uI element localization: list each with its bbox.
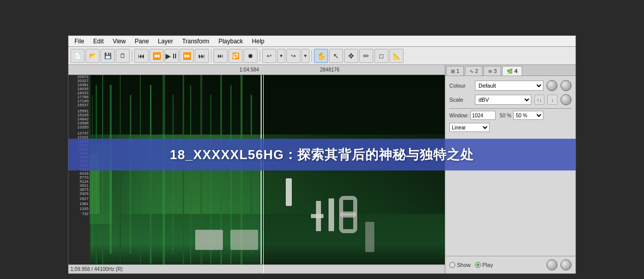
toolbar: 📄 📂 💾 🗒 ⏮ ⏪ ▶⏸ ⏩ ⏭ ⏭ 🔁 ⏺ ↩ ▼ ↪ ▼ ✋ ↖ ✥ ✏… bbox=[68, 47, 576, 65]
title-banner: 18_XXXXXL56HG：探索其背后的神秘与独特之处 bbox=[68, 139, 576, 171]
tab-1-label: 1 bbox=[456, 68, 459, 74]
cursor-sample-label: 2848176 bbox=[320, 67, 340, 73]
menu-playback[interactable]: Playback bbox=[214, 37, 247, 46]
percent-label: 50 % bbox=[500, 113, 511, 118]
go-end-button[interactable]: ⏭ bbox=[195, 49, 209, 63]
sep3 bbox=[260, 50, 260, 62]
menu-file[interactable]: File bbox=[70, 37, 88, 46]
title-banner-text: 18_XXXXXL56HG：探索其背后的神秘与独特之处 bbox=[170, 146, 474, 164]
new-button[interactable]: 📄 bbox=[70, 49, 85, 63]
divider-1 bbox=[449, 108, 572, 109]
undo-button[interactable]: ↩ bbox=[262, 49, 276, 63]
show-radio-group: Show bbox=[449, 262, 471, 268]
spectrogram-svg bbox=[90, 75, 445, 273]
loop2-button[interactable]: 🔁 bbox=[228, 49, 243, 63]
svg-rect-15 bbox=[190, 85, 191, 264]
tab-3[interactable]: ≋ 3 bbox=[484, 66, 501, 76]
scale-label: Scale bbox=[449, 97, 472, 103]
status-text: 1:09.958 / 44100Hz (R) bbox=[70, 266, 123, 272]
freq-label-7: 16537 bbox=[77, 103, 89, 107]
app-window: File Edit View Pane Layer Transform Play… bbox=[68, 35, 576, 274]
tab-3-icon: ≋ bbox=[488, 68, 492, 74]
scale-knob[interactable] bbox=[560, 94, 572, 105]
loop3-button[interactable]: ⏺ bbox=[244, 49, 258, 63]
scale-down-button[interactable]: ↓ bbox=[547, 95, 557, 105]
open-button[interactable]: 📂 bbox=[86, 49, 100, 63]
percent-select[interactable]: 25 % 50 % 75 % 100 % bbox=[513, 111, 543, 120]
interpolation-select[interactable]: Linear Nearest Cubic bbox=[449, 123, 490, 132]
colour-knob-1[interactable] bbox=[546, 80, 557, 91]
freq-label-28: 3329 bbox=[79, 192, 89, 196]
scale-row: Scale dBV dBFS Linear Mel ↑↓ ↓ bbox=[449, 94, 572, 105]
tab-2-label: 2 bbox=[475, 68, 478, 74]
bottom-knob-2[interactable] bbox=[560, 259, 572, 270]
freq-label-29: 2627 bbox=[79, 197, 89, 201]
menu-edit[interactable]: Edit bbox=[89, 37, 108, 46]
ffwd-button[interactable]: ⏩ bbox=[180, 49, 194, 63]
svg-rect-27 bbox=[329, 198, 334, 231]
menu-transform[interactable]: Transform bbox=[178, 37, 213, 46]
colour-knob-2[interactable] bbox=[560, 80, 572, 91]
svg-rect-12 bbox=[163, 75, 165, 273]
window-input[interactable] bbox=[470, 111, 496, 120]
freq-label-31: 1335 bbox=[79, 207, 89, 211]
cursor-line bbox=[263, 75, 264, 273]
rewind-button[interactable]: ⏪ bbox=[149, 49, 164, 63]
colour-label: Colour bbox=[449, 83, 472, 89]
svg-rect-24 bbox=[286, 178, 292, 206]
cursor-tool-button[interactable]: ✋ bbox=[314, 49, 328, 63]
svg-rect-14 bbox=[183, 75, 184, 273]
bottom-knob-1[interactable] bbox=[546, 259, 557, 270]
erase-tool-button[interactable]: ◻ bbox=[374, 49, 388, 63]
colour-select[interactable]: Default White on Black Black on White Re… bbox=[475, 81, 543, 91]
svg-rect-13 bbox=[173, 95, 174, 253]
tab-4-icon: 🌿 bbox=[507, 68, 513, 74]
undo-dropdown[interactable]: ▼ bbox=[277, 49, 285, 63]
freq-label-30: 1981 bbox=[79, 202, 89, 206]
menu-help[interactable]: Help bbox=[248, 37, 269, 46]
timeline-ruler: 1:04.584 2848176 bbox=[68, 65, 445, 75]
tab-3-label: 3 bbox=[494, 68, 497, 74]
menu-pane[interactable]: Pane bbox=[131, 37, 153, 46]
scale-select[interactable]: dBV dBFS Linear Mel bbox=[475, 95, 531, 105]
measure-tool-button[interactable]: 📐 bbox=[389, 49, 404, 63]
window-label: Window: bbox=[449, 113, 468, 118]
svg-rect-11 bbox=[150, 85, 151, 264]
play-radio-group: Play bbox=[475, 262, 493, 268]
draw-tool-button[interactable]: ✏ bbox=[359, 49, 373, 63]
play-label: Play bbox=[482, 262, 493, 268]
redo-dropdown[interactable]: ▼ bbox=[301, 49, 309, 63]
go-start-button[interactable]: ⏮ bbox=[134, 49, 148, 63]
svg-rect-22 bbox=[261, 75, 262, 273]
show-radio[interactable] bbox=[449, 262, 455, 268]
play-radio[interactable] bbox=[475, 262, 481, 268]
tab-4[interactable]: 🌿 4 bbox=[502, 66, 522, 76]
select-tool-button[interactable]: ↖ bbox=[329, 49, 343, 63]
svg-rect-9 bbox=[130, 95, 131, 253]
svg-rect-23 bbox=[262, 75, 445, 273]
tab-4-label: 4 bbox=[514, 68, 517, 74]
move-tool-button[interactable]: ✥ bbox=[344, 49, 358, 63]
window-row: Window: 50 % 25 % 50 % 75 % 100 % bbox=[449, 111, 572, 120]
loop1-button[interactable]: ⏭ bbox=[213, 49, 227, 63]
svg-rect-10 bbox=[140, 75, 141, 273]
sep1 bbox=[132, 50, 132, 62]
redo-button[interactable]: ↪ bbox=[286, 49, 300, 63]
spectrogram-wrapper: 20972 20327 19381 19035 18432 17786 1714… bbox=[68, 75, 445, 273]
freq-label-12: 13350 bbox=[77, 125, 89, 129]
frequency-axis: 20972 20327 19381 19035 18432 17786 1714… bbox=[68, 75, 90, 273]
play-pause-button[interactable]: ▶⏸ bbox=[165, 49, 179, 63]
menu-view[interactable]: View bbox=[109, 37, 130, 46]
sep4 bbox=[311, 50, 312, 62]
scale-up-button[interactable]: ↑↓ bbox=[534, 95, 544, 105]
spectrogram-canvas[interactable] bbox=[90, 75, 445, 273]
saveas-button[interactable]: 🗒 bbox=[116, 49, 130, 63]
linear-row: Linear Nearest Cubic bbox=[449, 123, 572, 132]
svg-rect-31 bbox=[230, 230, 258, 250]
svg-rect-8 bbox=[120, 75, 121, 273]
save-button[interactable]: 💾 bbox=[101, 49, 115, 63]
menu-layer[interactable]: Layer bbox=[154, 37, 177, 46]
tab-2[interactable]: ∿ 2 bbox=[465, 66, 482, 76]
tab-1[interactable]: ⊞ 1 bbox=[446, 66, 464, 76]
menu-bar: File Edit View Pane Layer Transform Play… bbox=[68, 36, 576, 47]
